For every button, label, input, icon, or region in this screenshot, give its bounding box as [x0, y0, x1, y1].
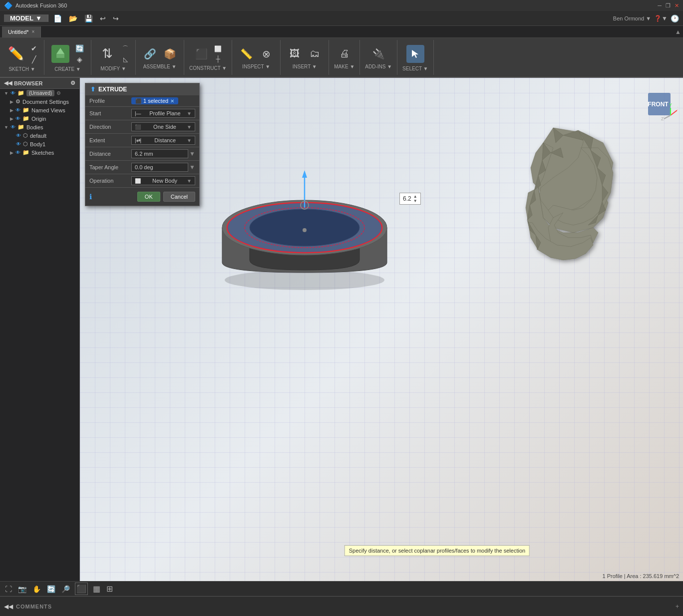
nav-tool-orbit[interactable]: 🔄: [46, 584, 56, 594]
active-tab[interactable]: Untitled* ×: [2, 26, 41, 37]
model-label: MODEL: [10, 14, 33, 22]
ribbon-icon-addins[interactable]: 🔌: [369, 46, 387, 62]
distance-input[interactable]: [131, 149, 188, 158]
ribbon-icon-line[interactable]: ╱: [29, 54, 39, 64]
ribbon-icon-component[interactable]: 📦: [161, 46, 179, 62]
ribbon-icon-axis[interactable]: ┼: [212, 54, 224, 63]
browser-item-named-views[interactable]: ▶ 👁 📁 Named Views: [0, 106, 79, 114]
cancel-button[interactable]: Cancel: [163, 192, 195, 202]
viewport[interactable]: FRONT X Y Z: [80, 78, 683, 581]
browser-item-root[interactable]: ▼ 👁 📁 (Unsaved) ⚙: [0, 89, 79, 97]
ribbon-icon-select[interactable]: [404, 44, 426, 64]
collapse-btn[interactable]: ▲: [675, 28, 681, 35]
ribbon-icon-chamfer[interactable]: ◺: [120, 55, 130, 64]
ribbon-icon-create-sketch[interactable]: ✏️: [5, 44, 27, 64]
origin-eye[interactable]: 👁: [15, 116, 20, 121]
redo-button[interactable]: ↪: [111, 13, 121, 23]
viewport-canvas[interactable]: FRONT X Y Z: [80, 78, 683, 581]
dialog-row-taper: Taper Angle ▼: [85, 161, 199, 174]
ribbon-section-select: SELECT ▼: [397, 40, 433, 75]
ring-3d-object: [205, 128, 404, 293]
close-button[interactable]: ✕: [675, 2, 679, 9]
distance-spinner[interactable]: ▼: [189, 150, 195, 157]
browser-title: BROWSER: [14, 80, 42, 86]
ok-button[interactable]: OK: [137, 192, 160, 202]
named-views-icon: 📁: [22, 107, 29, 113]
svg-marker-19: [302, 170, 307, 178]
ribbon-icon-press-pull[interactable]: ⇅: [96, 44, 118, 64]
ribbon-icon-joint[interactable]: 🔗: [141, 46, 159, 62]
extrude-dialog-header[interactable]: ⬆ EXTRUDE: [85, 83, 199, 95]
open-button[interactable]: 📂: [67, 13, 79, 23]
extrude-header-icon: ⬆: [90, 86, 95, 93]
new-button[interactable]: 📄: [51, 13, 64, 23]
default-eye[interactable]: 👁: [16, 133, 21, 138]
distance-label: Distance: [89, 151, 129, 157]
ribbon-icon-finish-sketch[interactable]: ✔: [29, 43, 39, 53]
body1-eye[interactable]: 👁: [16, 141, 21, 147]
browser-item-default[interactable]: 👁 ⬡ default: [0, 131, 79, 140]
nav-tool-1[interactable]: ⛶: [4, 584, 13, 594]
comments-expand-icon[interactable]: ◀◀: [4, 603, 13, 610]
bodies-eye[interactable]: 👁: [10, 124, 15, 130]
profile-clear-button[interactable]: ✕: [170, 98, 174, 104]
help-button[interactable]: ❓▼: [654, 15, 668, 22]
extent-value: |⇄| Distance ▼: [131, 136, 195, 145]
info-icon[interactable]: ℹ: [89, 193, 92, 201]
undo-button[interactable]: ↩: [98, 13, 108, 23]
root-settings-icon[interactable]: ⚙: [56, 90, 61, 96]
taper-spinner[interactable]: ▼: [189, 164, 195, 171]
tooltip-text: Specify distance, or select coplanar pro…: [349, 548, 525, 554]
svg-marker-2: [412, 50, 418, 58]
ribbon-icon-loft[interactable]: ◈: [73, 54, 86, 64]
ribbon-icon-revolve[interactable]: 🔄: [73, 43, 86, 53]
dimension-spinner-up[interactable]: ▲ ▼: [413, 194, 417, 203]
status-text: 1 Profile | Area : 235.619 mm^2: [602, 573, 679, 579]
ribbon-icon-interference[interactable]: ⊗: [257, 46, 275, 62]
ribbon-icon-offset-plane[interactable]: ⬛: [192, 46, 210, 62]
operation-value: ⬜ New Body ▼: [131, 176, 195, 185]
save-button[interactable]: 💾: [82, 13, 95, 23]
dimension-value-box[interactable]: 6.2 ▲ ▼: [399, 193, 421, 205]
nav-tool-view[interactable]: ⬛: [75, 583, 88, 595]
direction-field-icon: ⬛: [135, 124, 141, 130]
comments-add-icon[interactable]: +: [676, 603, 679, 610]
model-menu[interactable]: MODEL ▼: [4, 14, 48, 22]
nav-tool-pan[interactable]: ✋: [31, 584, 42, 594]
named-views-eye[interactable]: 👁: [15, 107, 20, 113]
ribbon-icon-insert-image[interactable]: 🖼: [286, 46, 304, 62]
nav-tool-zoom[interactable]: 🔎: [60, 584, 71, 594]
browser-item-body1[interactable]: 👁 ⬡ Body1: [0, 140, 79, 148]
root-eye[interactable]: 👁: [10, 90, 15, 96]
browser-item-doc-settings[interactable]: ▶ ⚙ Document Settings: [0, 97, 79, 106]
ribbon-icon-insert-mesh[interactable]: 🗂: [306, 46, 324, 62]
ribbon-icon-midplane[interactable]: ⬜: [212, 44, 224, 53]
ribbon-icon-fillet[interactable]: ⌒: [120, 43, 130, 54]
svg-line-9: [664, 115, 671, 119]
start-dropdown[interactable]: |— Profile Plane ▼: [131, 109, 195, 118]
comments-label: COMMENTS: [16, 604, 52, 610]
extent-dropdown[interactable]: |⇄| Distance ▼: [131, 136, 195, 145]
browser-item-sketches[interactable]: ▶ 👁 📁 Sketches: [0, 148, 79, 157]
ribbon-icon-measure[interactable]: 📏: [237, 46, 255, 62]
nav-tool-display[interactable]: ⊞: [105, 583, 114, 595]
browser-item-bodies[interactable]: ▼ 👁 📁 Bodies: [0, 123, 79, 131]
nav-tool-grid[interactable]: ▦: [92, 583, 101, 595]
user-account[interactable]: Ben Ormond ▼: [613, 15, 651, 21]
minimize-button[interactable]: ─: [658, 2, 662, 9]
sketches-eye[interactable]: 👁: [15, 150, 20, 155]
browser-item-origin[interactable]: ▶ 👁 📁 Origin: [0, 114, 79, 123]
operation-dropdown[interactable]: ⬜ New Body ▼: [131, 176, 195, 185]
origin-arrow: ▶: [10, 116, 13, 121]
browser-settings-icon[interactable]: ⚙: [70, 80, 75, 86]
tab-close-button[interactable]: ×: [32, 29, 35, 34]
taper-input[interactable]: [131, 163, 188, 172]
nav-tool-camera[interactable]: 📷: [17, 584, 27, 594]
profile-selected-pill[interactable]: ⬛ 1 selected ✕: [131, 97, 178, 104]
ribbon-icon-3dprint[interactable]: 🖨: [336, 46, 353, 62]
browser-collapse-icon[interactable]: ◀◀: [4, 80, 12, 86]
restore-button[interactable]: ❐: [666, 2, 671, 9]
ribbon-icon-extrude[interactable]: [49, 44, 71, 64]
direction-dropdown[interactable]: ⬛ One Side ▼: [131, 122, 195, 131]
svg-line-5: [671, 110, 677, 115]
